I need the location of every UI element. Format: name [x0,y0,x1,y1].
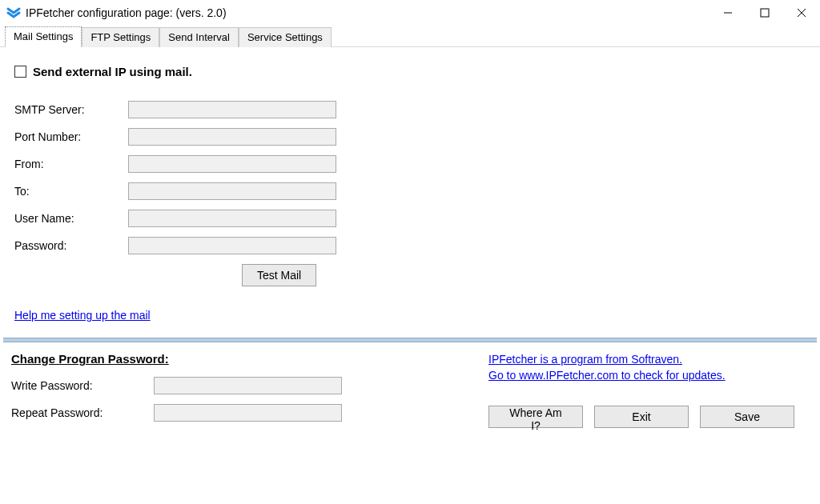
close-button[interactable] [783,0,820,26]
smtp-input[interactable] [128,101,336,118]
repeat-password-input[interactable] [154,404,342,422]
from-label: From: [14,158,128,170]
svg-rect-1 [761,9,769,17]
softraven-link[interactable]: IPFetcher is a program from Softraven. [488,352,809,368]
separator-bar [3,338,817,342]
smtp-label: SMTP Server: [14,103,128,116]
user-input[interactable] [128,210,336,227]
send-external-label: Send external IP using mail. [33,65,192,78]
to-label: To: [14,185,128,198]
title-bar: IPFetcher configuration page: (vers. 2.0… [0,0,820,26]
password-input[interactable] [128,237,336,254]
tab-strip: Mail Settings FTP Settings Send Interval… [0,26,820,47]
write-password-input[interactable] [154,377,342,394]
lower-panel: Change Progran Password: Write Password:… [0,347,820,431]
maximize-button[interactable] [746,0,783,26]
change-password-title: Change Progran Password: [11,352,488,366]
minimize-button[interactable] [709,0,746,26]
tab-mail-settings[interactable]: Mail Settings [5,26,82,47]
tab-ftp-settings[interactable]: FTP Settings [82,27,159,47]
app-icon [6,6,21,20]
send-external-checkbox-row: Send external IP using mail. [14,65,806,78]
updates-link[interactable]: Go to www.IPFetcher.com to check for upd… [488,368,809,384]
test-mail-button[interactable]: Test Mail [242,264,316,286]
user-label: User Name: [14,212,128,225]
write-password-label: Write Password: [11,379,154,392]
password-label: Password: [14,239,128,252]
send-external-checkbox[interactable] [14,66,26,78]
tab-send-interval[interactable]: Send Interval [159,27,239,47]
to-input[interactable] [128,182,336,200]
from-input[interactable] [128,155,336,173]
help-link[interactable]: Help me setting up the mail [14,309,151,322]
window-title: IPFetcher configuration page: (vers. 2.0… [26,6,709,19]
repeat-password-label: Repeat Password: [11,406,154,419]
port-input[interactable] [128,128,336,146]
port-label: Port Number: [14,130,128,143]
exit-button[interactable]: Exit [594,406,689,428]
tab-service-settings[interactable]: Service Settings [239,27,332,47]
tab-page-mail: Send external IP using mail. SMTP Server… [0,47,820,328]
whereami-button[interactable]: Where Am I? [488,406,583,428]
save-button[interactable]: Save [700,406,794,428]
